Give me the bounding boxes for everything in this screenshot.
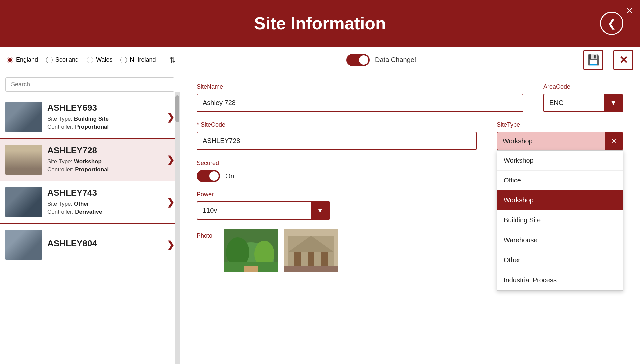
svg-rect-9 <box>308 252 314 266</box>
save-button[interactable]: 💾 <box>583 50 603 70</box>
required-star: * <box>197 121 201 128</box>
toolbar: England Scotland Wales N. Ireland ⇅ Data… <box>0 47 640 73</box>
site-type-group: SiteType Workshop ✕ Workshop Office Work… <box>497 121 623 150</box>
site-arrow-icon: ❯ <box>167 154 174 165</box>
site-type-selected[interactable]: Workshop ✕ <box>497 132 623 150</box>
form-row-1: SiteName AreaCode ENG ▼ <box>197 83 623 112</box>
back-button[interactable]: ❮ <box>600 12 623 35</box>
sitetype-option-buildingsite[interactable]: Building Site <box>497 210 623 230</box>
site-name-group: SiteName <box>197 83 523 112</box>
site-thumbnail <box>5 230 42 260</box>
photo-thumbnail-1[interactable] <box>224 229 278 272</box>
site-controller-detail: Controller: Proportional <box>47 124 161 130</box>
area-code-label: AreaCode <box>543 83 623 90</box>
region-scotland[interactable]: Scotland <box>46 56 79 63</box>
site-controller-detail: Controller: Derivative <box>47 209 161 215</box>
sitetype-option-workshop-selected[interactable]: Workshop <box>497 190 623 210</box>
header: Site Information ✕ ❮ <box>0 0 640 47</box>
sitetype-option-workshop[interactable]: Workshop <box>497 151 623 171</box>
site-item[interactable]: ASHLEY804 ❯ <box>0 224 180 266</box>
search-input[interactable] <box>5 77 174 92</box>
cancel-icon: ✕ <box>619 54 628 66</box>
site-info: ASHLEY728 Site Type: Workshop Controller… <box>47 145 161 174</box>
site-item[interactable]: ASHLEY693 Site Type: Building Site Contr… <box>0 96 180 139</box>
photo-hall-svg <box>284 229 338 272</box>
site-thumbnail-img <box>5 187 42 217</box>
site-thumbnail <box>5 187 42 217</box>
secured-toggle[interactable] <box>197 170 220 182</box>
site-info: ASHLEY693 Site Type: Building Site Contr… <box>47 103 161 132</box>
photo-thumbnail-2[interactable] <box>284 229 338 272</box>
site-type-container: Workshop ✕ Workshop Office Workshop Buil… <box>497 132 623 150</box>
area-code-dropdown-arrow[interactable]: ▼ <box>604 94 623 111</box>
site-type-dropdown: Workshop Office Workshop Building Site W… <box>497 150 623 291</box>
sites-list: ASHLEY693 Site Type: Building Site Contr… <box>0 96 180 364</box>
power-label: Power <box>197 191 330 198</box>
site-name: ASHLEY743 <box>47 188 161 198</box>
site-thumbnail-img <box>5 102 42 132</box>
search-container <box>0 73 180 96</box>
site-arrow-icon: ❯ <box>167 197 174 208</box>
site-info: ASHLEY804 <box>47 238 161 251</box>
power-dropdown-value: 110v <box>197 202 311 219</box>
region-england[interactable]: England <box>7 56 38 63</box>
area-code-dropdown[interactable]: ENG ▼ <box>543 94 623 112</box>
site-thumbnail <box>5 102 42 132</box>
data-change-area: Data Change! <box>346 54 416 66</box>
region-wales[interactable]: Wales <box>87 56 112 63</box>
secured-label: Secured <box>197 160 234 167</box>
svg-rect-11 <box>284 266 338 272</box>
site-item[interactable]: ASHLEY728 Site Type: Workshop Controller… <box>0 139 180 181</box>
data-change-label: Data Change! <box>375 56 416 64</box>
site-item[interactable]: ASHLEY743 Site Type: Other Controller: D… <box>0 181 180 224</box>
scrollbar[interactable] <box>175 92 180 364</box>
region-radio-group: England Scotland Wales N. Ireland <box>7 56 156 63</box>
data-change-toggle[interactable] <box>346 54 370 66</box>
england-radio[interactable] <box>7 57 13 63</box>
form-row-2: * SiteCode SiteType Workshop ✕ Workshop … <box>197 121 623 150</box>
secured-on-label: On <box>225 172 234 180</box>
wales-label: Wales <box>96 56 112 63</box>
site-thumbnail-img <box>5 230 42 260</box>
secured-group: Secured On <box>197 160 234 182</box>
area-code-group: AreaCode ENG ▼ <box>543 83 623 112</box>
site-type-detail: Site Type: Workshop <box>47 158 161 165</box>
wales-radio[interactable] <box>87 57 93 63</box>
sitetype-option-industrialprocess[interactable]: Industrial Process <box>497 270 623 290</box>
site-name-input[interactable] <box>197 94 523 112</box>
power-group: Power 110v ▼ <box>197 191 330 220</box>
photo-label: Photo <box>197 229 212 239</box>
site-info: ASHLEY743 Site Type: Other Controller: D… <box>47 188 161 217</box>
content-area: ASHLEY693 Site Type: Building Site Contr… <box>0 73 640 364</box>
right-panel: SiteName AreaCode ENG ▼ * SiteCode <box>180 73 640 364</box>
scotland-label: Scotland <box>55 56 79 63</box>
site-controller-detail: Controller: Proportional <box>47 166 161 173</box>
site-code-label: * SiteCode <box>197 121 477 128</box>
sitetype-option-warehouse[interactable]: Warehouse <box>497 230 623 250</box>
site-type-detail: Site Type: Building Site <box>47 116 161 122</box>
cancel-button[interactable]: ✕ <box>613 50 633 70</box>
site-thumbnail-img <box>5 145 42 175</box>
power-dropdown[interactable]: 110v ▼ <box>197 201 330 220</box>
photo-garden-svg <box>224 229 278 272</box>
site-name: ASHLEY804 <box>47 238 161 249</box>
site-code-input[interactable] <box>197 132 477 150</box>
scotland-radio[interactable] <box>46 57 53 63</box>
back-icon: ❮ <box>607 17 616 30</box>
site-arrow-icon: ❯ <box>167 112 174 123</box>
window-close-button[interactable]: ✕ <box>626 5 633 16</box>
svg-rect-5 <box>244 266 258 272</box>
nireland-radio[interactable] <box>120 57 127 63</box>
site-type-dropdown-arrow[interactable]: ✕ <box>605 132 623 150</box>
sitetype-option-other[interactable]: Other <box>497 250 623 270</box>
main-window: Site Information ✕ ❮ England Scotland Wa… <box>0 0 640 364</box>
sitetype-option-office[interactable]: Office <box>497 171 623 190</box>
england-label: England <box>16 56 38 63</box>
sort-icon[interactable]: ⇅ <box>169 55 176 65</box>
site-name-label: SiteName <box>197 83 523 90</box>
region-nireland[interactable]: N. Ireland <box>120 56 156 63</box>
area-code-value: ENG <box>544 94 604 111</box>
left-panel: ASHLEY693 Site Type: Building Site Contr… <box>0 73 180 364</box>
secured-toggle-wrap: On <box>197 170 234 182</box>
power-dropdown-arrow[interactable]: ▼ <box>311 202 329 219</box>
